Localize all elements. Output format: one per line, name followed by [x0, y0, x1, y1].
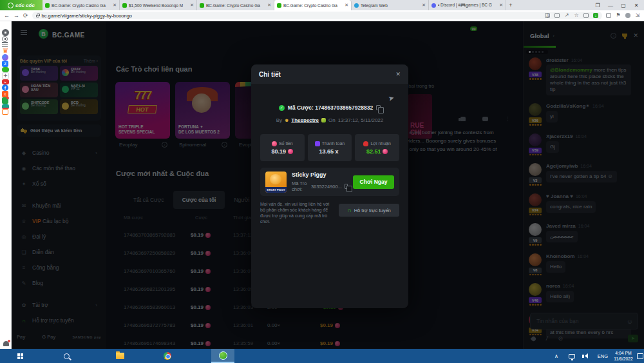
browser-tab[interactable]: • Discord | #🎮games | BC G ✕ — [429, 0, 506, 10]
browser-tab[interactable]: BC.Game: Crypto Casino Ga ✕ — [43, 0, 120, 10]
play-now-button[interactable]: Chơi Ngay — [353, 175, 394, 189]
bet-datetime: 13:37:12, 5/11/2022 — [338, 117, 384, 123]
bet-stat-box: Thanh toán 13.65 x — [308, 134, 352, 161]
crown-icon: ♚ — [285, 118, 289, 123]
game-id: 3635224900... — [311, 184, 342, 190]
url-text[interactable]: bc.game/vi/game/sticky-piggy-by-booongo — [42, 13, 542, 19]
lock-icon — [36, 15, 39, 17]
cart-icon[interactable] — [2, 109, 8, 115]
tab-title: $1,500 Weekend Booongo M — [129, 3, 188, 8]
windows-taskbar: ∧ ENG 4:04 PM11/6/2022 — [0, 349, 644, 363]
modal-share-icon[interactable]: ➤ — [387, 93, 395, 103]
tab-close-icon[interactable]: ✕ — [422, 3, 426, 8]
tab-favicon — [277, 3, 281, 8]
user-emoji-badge — [321, 118, 326, 123]
coccoc-sidebar-rail: ♛ Z + ▸ f t — [0, 21, 12, 349]
taskbar-clock[interactable]: 4:04 PM11/6/2022 — [612, 349, 635, 363]
modal-title: Chi tiết — [259, 71, 281, 78]
browser-toolbar: ← → ⟳ bc.game/vi/game/sticky-piggy-by-bo… — [0, 10, 644, 21]
file-explorer-icon[interactable] — [112, 349, 128, 363]
game-name: Sticky Piggy — [292, 172, 348, 178]
flag-icon[interactable]: ⚑ — [616, 13, 621, 18]
modal-close-icon[interactable]: ✕ — [395, 71, 401, 77]
tab-favicon — [200, 3, 204, 8]
stat-icon — [315, 141, 320, 146]
support-note: Mọi vấn đề, xin vui lòng liên hệ với bộ … — [260, 201, 332, 224]
history-icon[interactable] — [2, 36, 8, 42]
share-icon[interactable]: ↗ — [564, 13, 569, 18]
modal-game-row: STICKY PIGGY Sticky Piggy Mã Trò chơi: 3… — [260, 168, 399, 196]
tab-title: BC.Game: Crypto Casino Ga — [206, 3, 265, 8]
reload-icon[interactable]: ⟳ — [23, 13, 28, 19]
deals-icon[interactable] — [2, 97, 8, 104]
settings-icon[interactable] — [2, 29, 9, 36]
copy-icon[interactable] — [345, 184, 348, 189]
bet-id-row: ✓ Mã Cược: 1748637038657928832 — [251, 104, 408, 111]
verified-check-icon: ✓ — [279, 105, 285, 111]
extensions-icon[interactable] — [606, 13, 611, 18]
notifications-bell-icon[interactable] — [3, 341, 9, 346]
bet-stat-box: Số tiền $0.19 — [260, 134, 305, 161]
tab-close-icon[interactable]: ✕ — [267, 3, 271, 8]
download-manager-icon[interactable]: ↓ — [593, 13, 598, 18]
tab-close-icon[interactable]: ✕ — [499, 3, 503, 8]
adblock-shield-icon[interactable] — [583, 13, 589, 18]
bcd-coin-icon — [288, 149, 293, 154]
coccoc-brand: cốc cốc — [0, 0, 43, 10]
browser-tab[interactable]: BC.Game: Crypto Casino Ga ✕ — [197, 0, 274, 10]
minimize-button[interactable]: — — [608, 3, 613, 8]
copy-icon[interactable] — [376, 105, 381, 110]
headset-icon: ∩ — [347, 208, 351, 213]
vip-crown-icon[interactable]: ♛ — [2, 47, 9, 54]
tab-title: • Discord | #🎮games | BC G — [438, 3, 497, 8]
add-shortcut-icon[interactable]: + — [2, 72, 9, 79]
sticky-piggy-thumb[interactable]: STICKY PIGGY — [265, 172, 287, 193]
new-tab-button[interactable]: + — [506, 0, 515, 10]
tab-title: BC.Game: Crypto Casino Ga — [283, 3, 343, 8]
zalo-icon[interactable]: Z — [2, 61, 8, 67]
tray-expand-icon[interactable]: ∧ — [551, 349, 562, 363]
tab-favicon — [122, 3, 127, 8]
fashion-icon[interactable] — [2, 104, 9, 109]
language-indicator[interactable]: ENG — [595, 349, 611, 363]
display-connect-icon[interactable] — [567, 349, 577, 363]
tab-close-icon[interactable]: ✕ — [345, 3, 348, 8]
tab-close-icon[interactable]: ✕ — [190, 3, 194, 8]
address-bar[interactable]: bc.game/vi/game/sticky-piggy-by-booongo … — [32, 12, 602, 19]
action-center-icon[interactable] — [636, 349, 644, 363]
facebook-icon[interactable]: f — [2, 84, 8, 91]
profile-icon[interactable] — [625, 13, 630, 18]
browser-tab[interactable]: Telegram Web ✕ — [352, 0, 429, 10]
bet-details-modal: Chi tiết ✕ ➤ ✓ Mã Cược: 1748637038657928… — [251, 64, 408, 308]
bcd-coin-icon — [383, 149, 388, 154]
forward-icon[interactable]: → — [14, 13, 19, 19]
bcgame-site: B BC.GAME Đặc quyền VIP của tôi Thêm › T… — [12, 21, 644, 349]
live-support-button[interactable]: ∩ Hỗ trợ trực tuyến — [339, 204, 399, 217]
bet-username-link[interactable]: Thespectre — [291, 117, 319, 123]
translate-icon[interactable] — [554, 13, 560, 18]
tab-title: Telegram Web — [361, 3, 420, 8]
bookmark-star-icon[interactable]: ☆ — [574, 13, 579, 18]
taskbar-search-icon[interactable] — [59, 349, 73, 363]
maximize-button[interactable]: ▢ — [621, 3, 626, 8]
tab-close-icon[interactable]: ✕ — [113, 3, 117, 8]
back-icon[interactable]: ← — [4, 13, 10, 19]
youtube-icon[interactable]: ▸ — [2, 79, 9, 84]
stat-icon — [363, 141, 368, 146]
coccoc-logo-icon — [8, 3, 14, 8]
chrome-icon[interactable] — [160, 349, 175, 363]
coccoc-taskbar-icon[interactable] — [211, 349, 234, 363]
volume-icon[interactable] — [581, 349, 591, 363]
start-button[interactable] — [13, 349, 27, 363]
close-window-button[interactable]: ✕ — [634, 3, 639, 8]
stat-icon — [272, 141, 277, 146]
browser-tab[interactable]: $1,500 Weekend Booongo M ✕ — [120, 0, 197, 10]
tab-title: BC.Game: Crypto Casino Ga — [52, 3, 111, 8]
messenger-icon[interactable] — [2, 54, 8, 61]
tab-favicon — [431, 3, 436, 8]
browser-tab[interactable]: BC.Game: Crypto Casino Ga ✕ — [274, 0, 352, 10]
tab-preview-icon[interactable]: ❐ — [595, 3, 600, 8]
save-media-icon[interactable]: ⇩ — [545, 13, 550, 18]
tab-favicon — [354, 3, 359, 8]
downloads-tray-icon[interactable]: ⇲ — [635, 13, 640, 18]
